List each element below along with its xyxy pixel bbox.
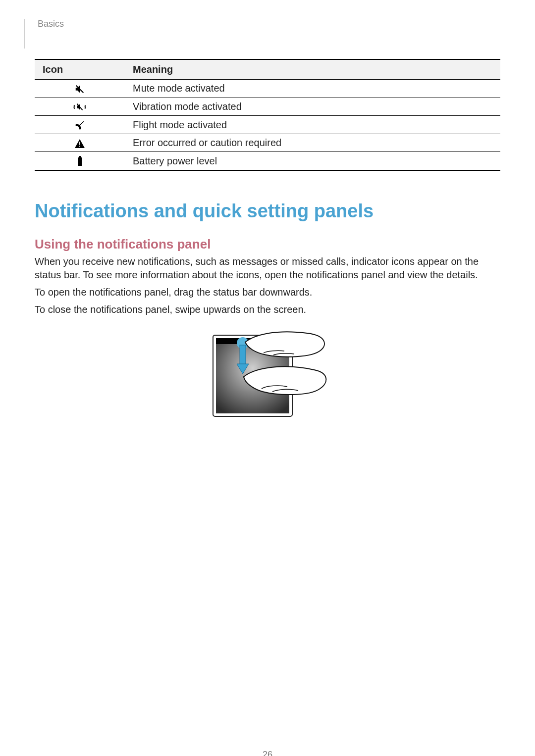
flight-icon [74, 119, 85, 130]
meaning-cell: Error occurred or caution required [125, 134, 500, 152]
table-row: Error occurred or caution required [35, 134, 500, 152]
table-header-icon: Icon [35, 59, 125, 80]
meaning-cell: Flight mode activated [125, 116, 500, 134]
icons-table: Icon Meaning Mute mode activated [35, 59, 500, 171]
swipe-down-illustration: 10:00 [208, 331, 327, 420]
section-label: Basics [38, 19, 500, 29]
body-paragraph: To close the notifications panel, swipe … [35, 303, 500, 316]
meaning-cell: Vibration mode activated [125, 98, 500, 116]
battery-icon [76, 155, 83, 166]
table-row: Mute mode activated [35, 80, 500, 98]
svg-rect-4 [78, 157, 82, 166]
table-header-meaning: Meaning [125, 59, 500, 80]
page-number: 26 [0, 750, 535, 756]
page-title: Notifications and quick setting panels [35, 201, 500, 222]
section-heading: Using the notifications panel [35, 237, 500, 252]
table-row: Vibration mode activated [35, 98, 500, 116]
table-row: Flight mode activated [35, 116, 500, 134]
body-paragraph: When you receive new notifications, such… [35, 255, 500, 282]
mute-icon [74, 83, 85, 94]
table-row: Battery power level [35, 152, 500, 170]
vibrate-icon [73, 101, 87, 112]
svg-rect-11 [240, 345, 246, 365]
svg-rect-2 [79, 142, 80, 145]
meaning-cell: Battery power level [125, 152, 500, 170]
meaning-cell: Mute mode activated [125, 80, 500, 98]
svg-rect-3 [79, 146, 80, 147]
svg-rect-5 [79, 156, 81, 157]
warning-icon [74, 137, 85, 148]
body-paragraph: To open the notifications panel, drag th… [35, 286, 500, 299]
